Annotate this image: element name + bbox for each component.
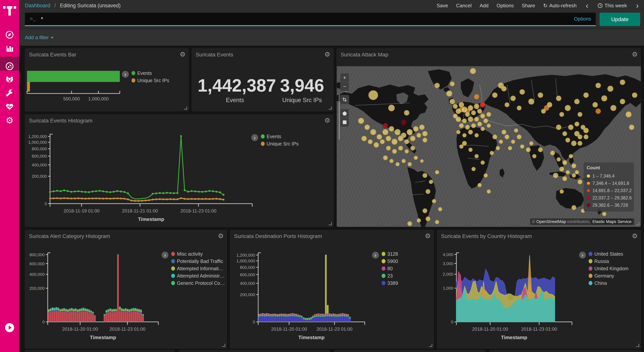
svg-text:4,000: 4,000 — [443, 252, 453, 257]
legend-label[interactable]: Attempted Informati… — [177, 266, 224, 271]
timepicker-button[interactable]: This week — [598, 3, 627, 9]
chart-legend: › 3128 5900 80 23 3389 — [372, 252, 398, 285]
legend-label[interactable]: 3389 — [387, 280, 398, 286]
sidebar-item-management[interactable]: ⚙ — [0, 114, 19, 127]
panel-title[interactable]: Suricata Alert Category Histogram — [29, 233, 110, 239]
legend-dot — [171, 259, 175, 263]
events-bar-chart[interactable]: 500,0001,000,000 — [27, 69, 126, 104]
breadcrumb-current: Editing Suricata (unsaved) — [60, 3, 121, 9]
legend-toggle-icon[interactable]: › — [251, 134, 258, 141]
gear-icon[interactable]: ⚙ — [180, 51, 186, 58]
breadcrumb-dashboard-link[interactable]: Dashboard — [25, 3, 50, 9]
legend-label[interactable]: Germany — [594, 273, 614, 279]
legend-label[interactable]: 5900 — [387, 259, 398, 264]
share-button[interactable]: Share — [522, 3, 535, 9]
auto-refresh-button[interactable]: ↻ Auto-refresh — [543, 3, 577, 9]
legend-toggle-icon[interactable]: › — [122, 71, 129, 78]
legend-toggle-icon[interactable]: › — [579, 252, 586, 259]
resize-handle[interactable] — [329, 106, 332, 110]
ems-link[interactable]: Elastic Maps Service — [592, 219, 632, 224]
sidebar-item-discover[interactable] — [0, 28, 19, 42]
panel-title[interactable]: Suricata Events Histogram — [29, 118, 92, 124]
query-options-link[interactable]: Options — [574, 16, 591, 22]
panel-partial — [179, 350, 330, 352]
zoom-out-button[interactable]: − — [340, 82, 349, 91]
resize-handle[interactable] — [329, 222, 332, 225]
zoom-in-button[interactable]: + — [340, 73, 349, 82]
svg-text:400,000: 400,000 — [240, 281, 255, 286]
legend-label[interactable]: Generic Protocol Co… — [177, 280, 225, 286]
destination-ports-chart[interactable]: 0200,000400,000600,000800,0001,000,0001,… — [232, 251, 370, 343]
sidebar-item-visualize[interactable] — [0, 42, 19, 55]
panel-title[interactable]: Suricata Events Bar — [29, 52, 76, 58]
resize-handle[interactable] — [636, 344, 639, 347]
gear-icon[interactable]: ⚙ — [324, 51, 330, 58]
legend-dot — [261, 134, 265, 139]
legend-label[interactable]: Russia — [594, 259, 609, 264]
events-histogram-chart[interactable]: 0200,000400,000600,000800,0001,000,0001,… — [27, 133, 263, 225]
resize-handle[interactable] — [184, 106, 187, 110]
legend-label[interactable]: China — [594, 280, 607, 286]
cancel-button[interactable]: Cancel — [456, 3, 472, 9]
polygon-tool-button[interactable] — [340, 109, 349, 118]
gear-icon[interactable]: ⚙ — [218, 232, 224, 240]
svg-text:600,000: 600,000 — [240, 272, 255, 277]
resize-handle[interactable] — [429, 344, 432, 347]
legend-label[interactable]: United States — [594, 251, 623, 257]
chart-legend: › Events Unique Src IPs — [122, 71, 169, 83]
time-next-button[interactable]: › — [635, 3, 640, 8]
panel-title[interactable]: Suricata Destination Ports Histogram — [234, 233, 322, 239]
legend-label[interactable]: Events — [266, 134, 281, 139]
gear-icon[interactable]: ⚙ — [324, 116, 330, 124]
legend-label[interactable]: Attempted Administr… — [177, 273, 225, 279]
update-button[interactable]: Update — [600, 13, 640, 26]
alert-category-chart[interactable]: 0200,000400,000600,000800,0002018-11-20 … — [27, 251, 161, 343]
bear-icon — [5, 75, 14, 84]
resize-handle[interactable] — [636, 222, 639, 225]
legend-label[interactable]: 3128 — [387, 251, 398, 257]
collapse-nav-button[interactable] — [0, 321, 19, 334]
events-by-country-chart[interactable]: 01,0002,0003,0004,0002018-11-20 01:00201… — [439, 251, 579, 343]
search-input[interactable]: >_ * Options — [25, 13, 596, 26]
attack-map[interactable]: + − Count 1 – 7,346.4 7,346.4 – 14,691 — [337, 66, 641, 227]
svg-text:0: 0 — [451, 319, 453, 324]
legend-label[interactable]: United Kingdom — [594, 266, 628, 271]
legend-toggle-icon[interactable]: › — [372, 252, 379, 259]
gear-icon[interactable]: ⚙ — [632, 51, 638, 58]
legend-dot — [588, 259, 592, 263]
panel-partial — [25, 350, 174, 352]
sidebar-item-monitoring[interactable] — [0, 100, 19, 113]
sidebar-item-devtools[interactable] — [0, 86, 19, 100]
gear-icon[interactable]: ⚙ — [632, 232, 638, 240]
options-button[interactable]: Options — [496, 3, 514, 9]
fit-bounds-button[interactable] — [340, 95, 349, 104]
clock-icon — [598, 3, 602, 8]
legend-label[interactable]: Misc activity — [177, 251, 203, 257]
bucket-label: 7,346.4 – 14,691.8 — [592, 181, 629, 186]
save-button[interactable]: Save — [436, 3, 448, 9]
sidebar-item-bear[interactable] — [0, 73, 19, 86]
panel-title[interactable]: Suricata Events by Country Histogram — [441, 233, 532, 239]
time-prev-button[interactable]: ‹ — [584, 3, 590, 8]
legend-label[interactable]: Potentially Bad Traffic — [177, 259, 223, 264]
svg-text:800,000: 800,000 — [29, 252, 45, 257]
rectangle-tool-button[interactable] — [340, 118, 349, 127]
legend-label[interactable]: 23 — [387, 273, 393, 279]
panel-title[interactable]: Suricata Events — [196, 52, 233, 58]
add-button[interactable]: Add — [480, 3, 488, 9]
resize-handle[interactable] — [222, 344, 225, 347]
legend-label[interactable]: Unique Src IPs — [137, 78, 169, 83]
panel-suricata-attack-map: Suricata Attack Map ⚙ — [336, 48, 641, 227]
osm-link[interactable]: OpenStreetMap — [536, 219, 566, 224]
panel-title[interactable]: Suricata Attack Map — [340, 52, 388, 58]
svg-text:500,000: 500,000 — [63, 96, 80, 101]
legend-toggle-icon[interactable]: › — [162, 252, 168, 259]
gear-icon[interactable]: ⚙ — [425, 232, 431, 240]
sidebar-item-dashboard[interactable] — [0, 60, 19, 73]
add-filter-link[interactable]: Add a filter+ — [25, 35, 54, 41]
legend-label[interactable]: Events — [137, 70, 152, 76]
legend-label[interactable]: Unique Src IPs — [266, 141, 298, 147]
legend-label[interactable]: 80 — [387, 266, 393, 271]
svg-text:1,000: 1,000 — [443, 286, 453, 291]
telekom-logo[interactable] — [3, 3, 16, 17]
